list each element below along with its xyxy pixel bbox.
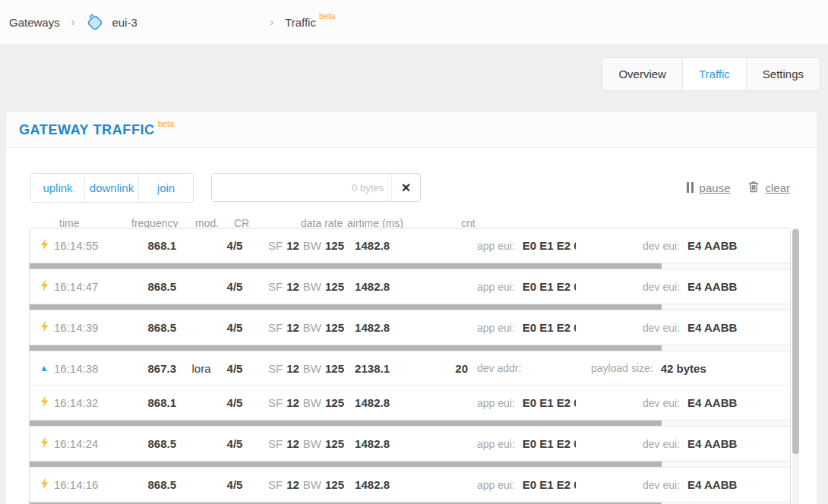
panel-header: GATEWAY TRAFFIC beta (6, 112, 817, 148)
traffic-row[interactable]: ▲ 16:14:38 867.3 lora 4/5 SF 12 BW 125 2… (30, 351, 790, 386)
row-field-1: app eui: E0 E1 E2 0 (477, 386, 576, 420)
sf-prefix: SF (268, 321, 283, 334)
row-field-1: dev addr: (477, 351, 529, 385)
gateway-traffic-panel: GATEWAY TRAFFIC beta uplink downlink joi… (6, 112, 817, 504)
row-field-2: dev eui: E4 AABB (643, 468, 738, 502)
row-frequency: 868.5 (106, 427, 176, 461)
horizontal-scrollbar-thumb[interactable] (30, 461, 662, 467)
field-2-label: dev eui: (643, 397, 680, 409)
traffic-list: ▲ 16:14:55 868.1 4/5 SF 12 BW 125 1482.8… (29, 228, 791, 504)
tab-overview[interactable]: Overview (602, 58, 683, 90)
horizontal-scrollbar[interactable] (30, 345, 790, 351)
payload-filter-input[interactable] (212, 174, 352, 201)
traffic-row[interactable]: ▲ 16:14:39 868.5 4/5 SF 12 BW 125 1482.8… (30, 310, 790, 345)
vertical-scrollbar-thumb[interactable] (792, 229, 799, 454)
horizontal-scrollbar[interactable] (30, 263, 790, 269)
field-2-value: E4 AABB (687, 396, 738, 409)
row-time: 16:14:16 (54, 468, 98, 502)
row-airtime: 1482.8 (326, 228, 390, 263)
filter-downlink-button[interactable]: downlink (85, 174, 139, 202)
horizontal-scrollbar[interactable] (30, 420, 790, 427)
sf-value: 12 (286, 478, 299, 491)
row-coding-rate: 4/5 (220, 269, 250, 304)
row-count (425, 386, 468, 420)
pause-button[interactable]: pause (687, 181, 731, 194)
clear-button[interactable]: clear (748, 181, 790, 195)
sf-prefix: SF (268, 478, 283, 491)
horizontal-scrollbar[interactable] (30, 461, 790, 468)
row-coding-rate: 4/5 (220, 386, 250, 420)
field-2-label: dev eui: (643, 479, 680, 491)
pause-icon (687, 182, 694, 193)
row-modulation (185, 468, 218, 502)
row-count (425, 310, 468, 345)
breadcrumb-gateway-link[interactable]: eui-3 (86, 12, 137, 32)
clear-filter-icon[interactable]: ✕ (391, 174, 420, 201)
field-2-value: E4 AABB (687, 321, 738, 334)
row-count: 20 (425, 351, 468, 385)
bw-prefix: BW (303, 362, 321, 375)
horizontal-scrollbar-thumb[interactable] (30, 421, 662, 426)
traffic-row[interactable]: ▲ 16:14:16 868.5 4/5 SF 12 BW 125 1482.8… (30, 468, 790, 502)
row-coding-rate: 4/5 (220, 351, 250, 385)
traffic-row-wrap: ▲ 16:14:24 868.5 4/5 SF 12 BW 125 1482.8… (30, 427, 790, 468)
sf-prefix: SF (268, 437, 283, 450)
row-airtime: 1482.8 (326, 386, 390, 420)
filter-uplink-button[interactable]: uplink (31, 174, 85, 202)
field-2-label: dev eui: (643, 438, 680, 450)
field-2-value: 42 bytes (661, 362, 706, 375)
field-1-label: dev addr: (477, 362, 521, 374)
sf-value: 12 (286, 280, 299, 293)
traffic-row[interactable]: ▲ 16:14:24 868.5 4/5 SF 12 BW 125 1482.8… (30, 427, 790, 461)
join-request-icon (40, 238, 49, 254)
bw-prefix: BW (303, 396, 321, 409)
traffic-row[interactable]: ▲ 16:14:47 868.5 4/5 SF 12 BW 125 1482.8… (30, 269, 790, 304)
tab-traffic[interactable]: Traffic (683, 58, 747, 90)
field-2-label: payload size: (591, 362, 653, 374)
horizontal-scrollbar-thumb[interactable] (30, 263, 662, 269)
bw-prefix: BW (303, 478, 321, 491)
traffic-row[interactable]: ▲ 16:14:55 868.1 4/5 SF 12 BW 125 1482.8… (30, 228, 790, 263)
row-modulation (185, 228, 218, 263)
join-request-icon (40, 395, 49, 411)
horizontal-scrollbar-thumb[interactable] (30, 345, 662, 351)
message-type-icon-slot: ▲ (36, 386, 52, 420)
join-request-icon (40, 477, 49, 493)
trash-icon (748, 181, 759, 195)
row-coding-rate: 4/5 (220, 310, 250, 345)
breadcrumb-traffic-link[interactable]: Traffic (285, 16, 316, 29)
bw-prefix: BW (303, 239, 321, 252)
traffic-controls: uplink downlink join 0 bytes ✕ pause (30, 173, 790, 202)
row-field-1: app eui: E0 E1 E2 0 (477, 269, 576, 304)
sf-prefix: SF (268, 362, 283, 375)
pause-label: pause (700, 181, 731, 194)
message-type-icon-slot: ▲ (36, 228, 52, 263)
breadcrumb-gateways-link[interactable]: Gateways (9, 16, 60, 29)
row-modulation (185, 427, 218, 461)
tab-settings[interactable]: Settings (747, 58, 820, 90)
join-request-icon (40, 279, 49, 295)
sf-value: 12 (286, 396, 299, 409)
row-airtime: 1482.8 (326, 468, 390, 502)
tabs-band: Overview Traffic Settings (0, 45, 828, 112)
traffic-row-wrap: ▲ 16:14:38 867.3 lora 4/5 SF 12 BW 125 2… (30, 351, 790, 386)
field-1-label: app eui: (477, 322, 515, 334)
message-type-icon-slot: ▲ (36, 427, 52, 461)
horizontal-scrollbar[interactable] (30, 304, 790, 310)
row-field-2: dev eui: E4 AABB (643, 310, 738, 345)
sf-prefix: SF (268, 280, 283, 293)
traffic-row[interactable]: ▲ 16:14:32 868.1 4/5 SF 12 BW 125 1482.8… (30, 386, 790, 420)
field-1-value: E0 E1 E2 0 (523, 239, 576, 252)
vertical-scrollbar[interactable] (792, 228, 799, 504)
row-modulation: lora (185, 351, 218, 385)
traffic-row-wrap: ▲ 16:14:39 868.5 4/5 SF 12 BW 125 1482.8… (30, 310, 790, 351)
join-request-icon (40, 320, 49, 335)
message-type-icon-slot: ▲ (36, 468, 52, 502)
filter-join-button[interactable]: join (139, 174, 193, 202)
row-coding-rate: 4/5 (220, 427, 250, 461)
row-field-2: payload size: 42 bytes (591, 351, 706, 385)
row-time: 16:14:55 (54, 228, 98, 263)
horizontal-scrollbar-thumb[interactable] (30, 304, 662, 310)
breadcrumb-beta-badge: beta (319, 11, 335, 20)
row-frequency: 868.5 (106, 269, 176, 304)
